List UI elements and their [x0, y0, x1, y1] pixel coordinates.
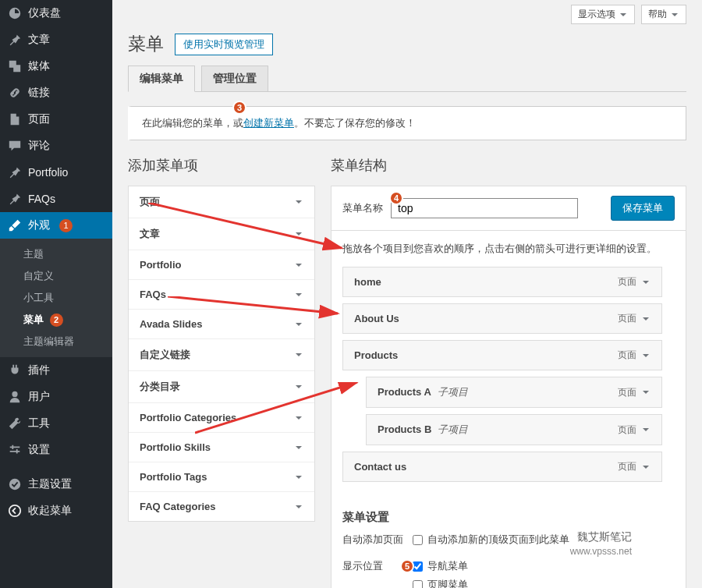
annot-5: 5: [400, 559, 414, 573]
chevron-down-icon: [619, 10, 628, 19]
acc-portfolio-categories[interactable]: Portfolio Categories: [129, 403, 314, 433]
menu-frame: 菜单名称 保存菜单 4 拖放各个项目到您喜欢的顺序，点击右侧的箭头可进行更详细的…: [331, 186, 686, 588]
acc-categories[interactable]: 分类目录: [129, 371, 314, 403]
menu-settings-heading: 菜单设置: [342, 510, 675, 525]
save-menu-top-button[interactable]: 保存菜单: [611, 196, 675, 221]
chevron-down-icon: [294, 473, 303, 482]
chevron-down-icon: [641, 388, 651, 397]
notice: 在此编辑您的菜单，或创建新菜单。不要忘了保存您的修改！ 3: [128, 106, 686, 140]
plugin-icon: [8, 363, 22, 377]
check-circle-icon: [8, 477, 22, 491]
sidebar-item-tools[interactable]: 工具: [0, 410, 112, 437]
sidebar-sub-themes[interactable]: 主题: [0, 243, 112, 265]
user-icon: [8, 390, 22, 404]
annot-1: 1: [59, 219, 73, 232]
chevron-down-icon: [294, 229, 303, 239]
sidebar-submenu: 主题 自定义 小工具 菜单 2 主题编辑器: [0, 239, 112, 357]
sidebar-item-posts[interactable]: 文章: [0, 27, 112, 53]
svg-point-1: [9, 505, 20, 516]
menu-item-row[interactable]: Contact us页面: [342, 452, 662, 482]
main-content: 显示选项 帮助 菜单 使用实时预览管理 编辑菜单 管理位置 在此编辑您的菜单，或…: [112, 0, 702, 588]
sidebar-item-media[interactable]: 媒体: [0, 53, 112, 80]
sidebar-item-comments[interactable]: 评论: [0, 133, 112, 159]
chevron-down-icon: [294, 502, 303, 512]
accordion: 页面 文章 Portfolio FAQs Avada Slides 自定义链接 …: [128, 186, 315, 522]
auto-add-label: 自动添加页面: [342, 533, 413, 547]
chevron-down-icon: [641, 351, 651, 360]
menu-structure-heading: 菜单结构: [331, 156, 686, 175]
sidebar-item-settings[interactable]: 设置: [0, 437, 112, 463]
menu-item-row[interactable]: Products A子项目页面: [366, 377, 662, 408]
sidebar-sub-widgets[interactable]: 小工具: [0, 287, 112, 309]
acc-faq-categories[interactable]: FAQ Categories: [129, 492, 314, 521]
chevron-down-icon: [294, 382, 303, 391]
wrench-icon: [8, 416, 22, 430]
menu-item-row[interactable]: home页面: [342, 267, 662, 297]
watermark: 魏艾斯笔记 www.vpsss.net: [570, 530, 632, 557]
page-title: 菜单: [128, 32, 164, 56]
sidebar-item-dashboard[interactable]: 仪表盘: [0, 0, 112, 27]
sidebar-item-theme-settings[interactable]: 主题设置: [0, 471, 112, 498]
sidebar-item-collapse[interactable]: 收起菜单: [0, 498, 112, 524]
tab-edit-menu[interactable]: 编辑菜单: [128, 66, 195, 92]
collapse-icon: [8, 504, 22, 518]
sidebar-item-faqs[interactable]: FAQs: [0, 186, 112, 212]
sidebar-item-appearance[interactable]: 外观1: [0, 212, 112, 239]
chevron-down-icon: [670, 10, 679, 19]
chevron-down-icon: [641, 314, 651, 324]
acc-portfolio[interactable]: Portfolio: [129, 250, 314, 280]
acc-avada-slides[interactable]: Avada Slides: [129, 310, 314, 339]
comment-icon: [8, 139, 22, 153]
sidebar-item-portfolio[interactable]: Portfolio: [0, 159, 112, 186]
acc-faqs[interactable]: FAQs: [129, 280, 314, 310]
nav-tabs: 编辑菜单 管理位置: [128, 66, 686, 92]
chevron-down-icon: [294, 260, 303, 270]
add-items-heading: 添加菜单项: [128, 156, 315, 175]
sidebar-item-links[interactable]: 链接: [0, 80, 112, 106]
menu-item-row[interactable]: Products B子项目页面: [366, 414, 662, 445]
create-menu-link[interactable]: 创建新菜单: [243, 117, 294, 129]
sidebar-item-plugins[interactable]: 插件: [0, 357, 112, 384]
chevron-down-icon: [294, 350, 303, 360]
admin-sidebar: 仪表盘 文章 媒体 链接 页面 评论 Portfolio FAQs 外观1 主题…: [0, 0, 112, 588]
help-button[interactable]: 帮助: [641, 5, 686, 24]
annot-2: 2: [50, 313, 63, 327]
screen-options-button[interactable]: 显示选项: [571, 5, 635, 24]
sidebar-sub-editor[interactable]: 主题编辑器: [0, 331, 112, 352]
pin-icon: [8, 192, 22, 206]
chevron-down-icon: [641, 278, 651, 287]
chevron-down-icon: [294, 443, 303, 452]
sliders-icon: [8, 443, 22, 457]
auto-add-checkbox[interactable]: [413, 535, 423, 545]
menu-name-input[interactable]: [391, 198, 578, 218]
acc-posts[interactable]: 文章: [129, 218, 314, 250]
svg-point-0: [9, 479, 20, 490]
chevron-down-icon: [294, 413, 303, 423]
menu-item-row[interactable]: Products页面: [342, 340, 662, 370]
sidebar-item-users[interactable]: 用户: [0, 384, 112, 410]
brush-icon: [8, 218, 22, 232]
link-icon: [8, 86, 22, 100]
menu-name-label: 菜单名称: [342, 201, 383, 215]
sidebar-sub-menus[interactable]: 菜单 2: [0, 309, 112, 331]
sidebar-item-pages[interactable]: 页面: [0, 106, 112, 133]
tab-manage-locations[interactable]: 管理位置: [201, 66, 268, 91]
acc-portfolio-tags[interactable]: Portfolio Tags: [129, 462, 314, 492]
footer-menu-checkbox[interactable]: [413, 580, 423, 589]
chevron-down-icon: [294, 320, 303, 329]
acc-portfolio-skills[interactable]: Portfolio Skills: [129, 433, 314, 462]
sidebar-sub-customize[interactable]: 自定义: [0, 265, 112, 287]
menu-item-row[interactable]: About Us页面: [342, 303, 662, 334]
acc-pages[interactable]: 页面: [129, 186, 314, 218]
page-icon: [8, 112, 22, 126]
annot-4: 4: [389, 191, 403, 205]
dashboard-icon: [8, 6, 22, 20]
acc-custom-links[interactable]: 自定义链接: [129, 339, 314, 371]
chevron-down-icon: [294, 290, 303, 299]
media-icon: [8, 59, 22, 73]
annot-3: 3: [232, 101, 246, 115]
chevron-down-icon: [294, 197, 303, 207]
live-preview-button[interactable]: 使用实时预览管理: [175, 34, 273, 55]
pin-icon: [8, 165, 22, 179]
drag-hint: 拖放各个项目到您喜欢的顺序，点击右侧的箭头可进行更详细的设置。: [342, 242, 675, 256]
